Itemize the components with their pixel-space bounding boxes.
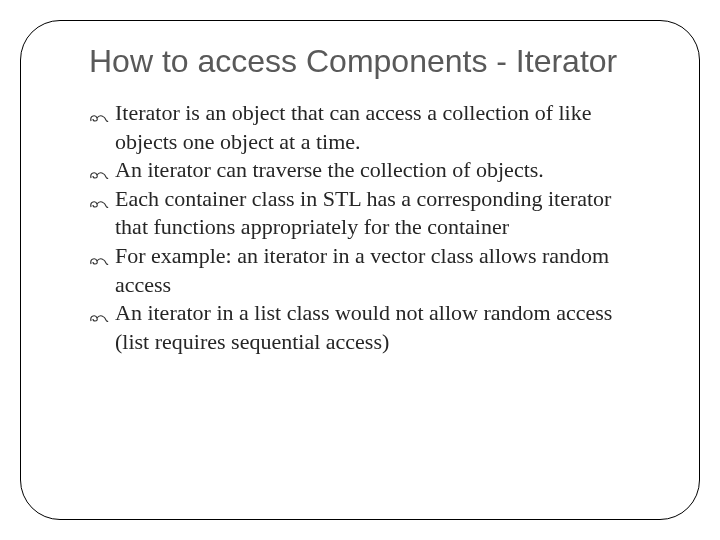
swirl-bullet-icon (89, 248, 109, 262)
list-item: Each container class in STL has a corres… (89, 185, 649, 242)
bullet-text: An iterator in a list class would not al… (115, 300, 612, 354)
bullet-text: For example: an iterator in a vector cla… (115, 243, 609, 297)
swirl-bullet-icon (89, 105, 109, 119)
list-item: Iterator is an object that can access a … (89, 99, 649, 156)
slide-title: How to access Components - Iterator (89, 41, 649, 81)
list-item: For example: an iterator in a vector cla… (89, 242, 649, 299)
bullet-text: An iterator can traverse the collection … (115, 157, 544, 182)
swirl-bullet-icon (89, 162, 109, 176)
swirl-bullet-icon (89, 191, 109, 205)
bullet-text: Iterator is an object that can access a … (115, 100, 591, 154)
list-item: An iterator can traverse the collection … (89, 156, 649, 185)
swirl-bullet-icon (89, 305, 109, 319)
list-item: An iterator in a list class would not al… (89, 299, 649, 356)
bullet-list: Iterator is an object that can access a … (71, 99, 649, 356)
bullet-text: Each container class in STL has a corres… (115, 186, 611, 240)
slide-container: How to access Components - Iterator Iter… (20, 20, 700, 520)
